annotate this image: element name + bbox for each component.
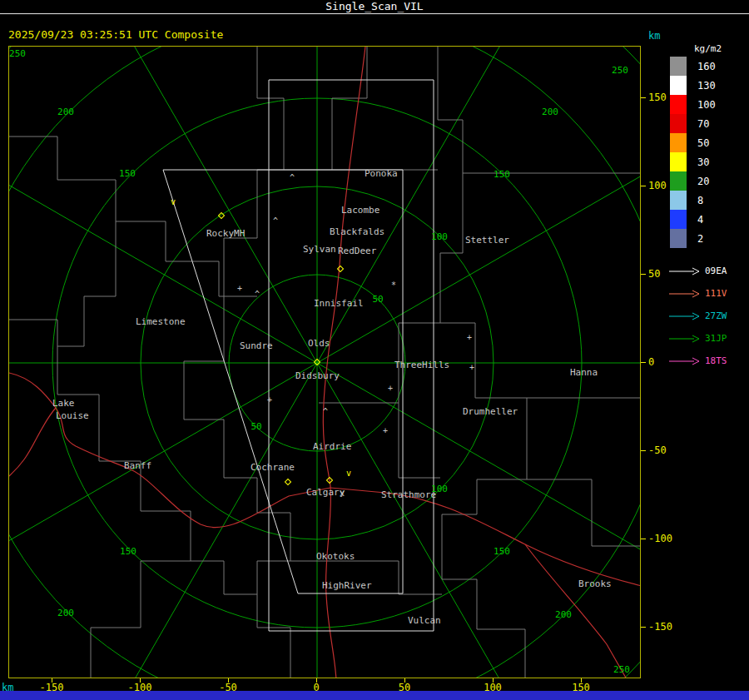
- range-ring-distance-label: 200: [555, 609, 572, 620]
- map-point-marker: +: [467, 333, 472, 342]
- map-point-marker: ^: [323, 407, 328, 416]
- map-point-marker: v: [171, 197, 176, 206]
- town-label: Ponoka: [365, 168, 398, 179]
- town-label: Olds: [308, 338, 330, 349]
- range-ring-distance-label: 150: [119, 168, 136, 179]
- town-label: Okotoks: [316, 551, 355, 562]
- right-axis-tick-label: -150: [648, 621, 672, 633]
- town-label: Blackfalds: [330, 226, 384, 237]
- right-axis-tick: [641, 186, 646, 186]
- range-ring-distance-label: 200: [57, 107, 74, 117]
- range-ring-distance-label: 250: [612, 65, 628, 76]
- range-ring-distance-label: 150: [494, 169, 510, 180]
- town-label: Sylvan: [303, 244, 336, 255]
- town-label: Lacombe: [341, 205, 379, 216]
- map-point-marker: +: [237, 284, 242, 293]
- bottom-distance-axis: -150-100-50050100150: [8, 678, 641, 692]
- map-point-marker: x: [340, 489, 345, 498]
- right-axis-tick-label: 50: [648, 268, 660, 280]
- right-axis-tick-label: 100: [648, 180, 667, 191]
- right-axis-tick: [641, 274, 646, 275]
- range-ring-distance-label: 200: [57, 608, 74, 618]
- range-ring-distance-label: 150: [494, 546, 510, 557]
- map-point-marker: ^: [255, 290, 260, 299]
- town-label: ThreeHills: [394, 360, 449, 370]
- town-label: Stettler: [465, 235, 509, 246]
- town-label: Vulcan: [408, 615, 441, 626]
- town-label: Cochrane: [250, 462, 295, 473]
- town-label: Limestone: [136, 316, 186, 327]
- town-label: Drumheller: [463, 406, 518, 417]
- range-ring-distance-label: 100: [431, 231, 448, 242]
- map-point-marker: v: [346, 469, 351, 478]
- scan-timestamp: 2025/09/23 03:25:51 UTC Composite: [8, 28, 223, 41]
- map-point-marker: *: [391, 280, 396, 290]
- window-title: Single_Scan_VIL: [325, 0, 423, 12]
- town-label: Hanna: [570, 367, 598, 378]
- right-axis-tick: [641, 362, 646, 363]
- map-point-marker: +: [469, 363, 474, 372]
- right-axis-tick: [641, 539, 646, 539]
- map-point-marker: +: [267, 395, 272, 405]
- map-point-marker: ^: [290, 173, 295, 182]
- town-label: Sundre: [240, 340, 273, 351]
- town-label: Louise: [56, 410, 89, 421]
- right-distance-axis: 150100500-50-100-150: [641, 46, 749, 678]
- range-ring-distance-label: 50: [250, 421, 261, 432]
- town-label: RedDeer: [338, 246, 376, 256]
- range-ring-distance-label: 200: [542, 107, 558, 117]
- right-axis-tick: [641, 97, 646, 98]
- range-ring-distance-label: 50: [372, 294, 383, 305]
- radar-viewer-window: Single_Scan_VIL 2025/09/23 03:25:51 UTC …: [0, 0, 749, 700]
- right-axis-unit-label: km: [648, 30, 660, 42]
- town-label: Airdrie: [313, 441, 351, 452]
- map-point-marker: ^: [273, 216, 278, 226]
- range-ring-distance-label: 150: [120, 546, 136, 557]
- map-point-marker: +: [388, 384, 393, 393]
- map-point-marker: +: [383, 426, 388, 435]
- right-axis-tick-label: -100: [648, 533, 672, 544]
- window-title-bar: Single_Scan_VIL: [0, 0, 749, 14]
- town-label: Brooks: [578, 578, 612, 589]
- town-label: Didsbury: [295, 370, 340, 381]
- bottom-status-bar: [0, 691, 749, 700]
- radar-map-canvas[interactable]: 2502001502502001501005010015020025050150…: [8, 46, 641, 678]
- range-ring-distance-label: 250: [613, 664, 630, 675]
- town-label: RockyMH: [206, 228, 245, 239]
- range-ring-distance-label: 250: [9, 48, 26, 59]
- town-label: Innisfail: [314, 298, 364, 309]
- town-label: Lake: [52, 398, 75, 409]
- right-axis-tick-label: 150: [648, 92, 667, 103]
- right-axis-tick: [641, 450, 646, 451]
- radar-coverage-outline: [163, 80, 434, 631]
- right-axis-tick: [641, 627, 646, 628]
- town-label: Strathmore: [381, 489, 436, 500]
- right-axis-tick-label: -50: [648, 444, 667, 456]
- right-axis-tick-label: 0: [648, 356, 654, 368]
- town-label: HighRiver: [322, 580, 372, 591]
- town-label: Banff: [124, 460, 151, 471]
